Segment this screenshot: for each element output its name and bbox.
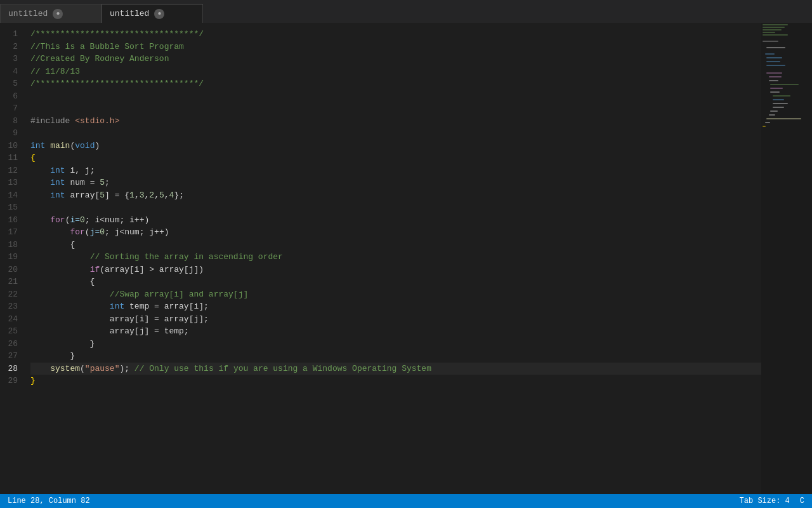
tab-close-0[interactable]: ● — [53, 9, 63, 19]
token: /*********************************/ — [30, 79, 204, 88]
tab-1[interactable]: untitled● — [102, 4, 203, 23]
token: { — [30, 153, 36, 163]
token: 2 — [149, 190, 154, 200]
line-num-27: 27 — [5, 350, 18, 363]
token: "pause" — [85, 364, 120, 373]
token: { — [30, 277, 95, 286]
svg-rect-0 — [763, 24, 788, 25]
svg-rect-16 — [770, 91, 780, 93]
line-num-6: 6 — [5, 90, 18, 103]
token: i= — [70, 215, 80, 225]
token: 5 — [100, 178, 105, 187]
code-line-8: #include <stdio.h> — [30, 115, 761, 128]
token: //Created By Rodney Anderson — [30, 54, 169, 64]
line-num-18: 18 — [5, 239, 18, 251]
token: //This is a Bubble Sort Program — [30, 42, 184, 51]
token — [30, 302, 110, 311]
code-line-11: { — [30, 152, 761, 164]
line-num-13: 13 — [5, 177, 18, 189]
token: //Swap array[i] and array[j] — [110, 290, 248, 299]
svg-rect-24 — [765, 122, 770, 123]
token: 0 — [100, 227, 105, 237]
token: ; — [105, 178, 110, 187]
line-num-17: 17 — [5, 226, 18, 239]
token: num = — [70, 178, 100, 187]
line-num-28: 28 — [5, 363, 18, 375]
token: , — [134, 190, 140, 200]
token: { — [30, 240, 75, 250]
svg-rect-3 — [763, 32, 775, 33]
code-line-10: int main(void) — [30, 140, 761, 152]
token: if — [90, 265, 100, 274]
line-num-7: 7 — [5, 102, 18, 115]
svg-rect-11 — [766, 72, 782, 74]
minimap — [761, 23, 812, 494]
code-line-27: } — [30, 350, 761, 363]
svg-rect-21 — [770, 110, 778, 112]
token: // Sorting the array in ascending order — [90, 252, 283, 262]
token: #include — [30, 116, 70, 126]
line-num-20: 20 — [5, 264, 18, 276]
token — [30, 290, 110, 299]
tab-0[interactable]: untitled● — [0, 4, 102, 23]
token: } — [30, 351, 75, 361]
token: j= — [90, 227, 100, 237]
line-num-22: 22 — [5, 288, 18, 301]
code-content[interactable]: /*********************************///Thi… — [25, 23, 761, 494]
line-num-16: 16 — [5, 214, 18, 227]
tab-size[interactable]: Tab Size: 4 — [740, 497, 790, 505]
token: main — [50, 141, 70, 150]
token: void — [75, 141, 95, 150]
line-num-19: 19 — [5, 251, 18, 264]
line-num-15: 15 — [5, 201, 18, 214]
svg-rect-13 — [769, 80, 778, 81]
code-line-22: //Swap array[i] and array[j] — [30, 288, 761, 301]
token: int — [50, 178, 65, 187]
code-line-19: // Sorting the array in ascending order — [30, 251, 761, 264]
code-line-29: } — [30, 375, 761, 387]
code-line-14: int array[5] = {1,3,2,5,4}; — [30, 189, 761, 202]
status-left: Line 28, Column 82 — [8, 497, 90, 505]
line-num-11: 11 — [5, 152, 18, 164]
svg-rect-20 — [773, 107, 784, 108]
token: ( — [85, 227, 90, 237]
tab-close-1[interactable]: ● — [154, 9, 164, 19]
token: <stdio.h> — [75, 116, 119, 126]
svg-rect-22 — [769, 114, 775, 116]
svg-rect-15 — [770, 88, 783, 89]
line-num-10: 10 — [5, 140, 18, 152]
token — [30, 190, 50, 200]
token: 0 — [80, 215, 85, 225]
code-line-1: /*********************************/ — [30, 28, 761, 41]
cursor-position: Line 28, Column 82 — [8, 497, 90, 505]
code-line-23: int temp = array[i]; — [30, 300, 761, 313]
line-num-2: 2 — [5, 41, 18, 53]
token: // 11/8/13 — [30, 67, 80, 76]
line-num-8: 8 — [5, 115, 18, 128]
code-line-6 — [30, 90, 761, 103]
language[interactable]: C — [800, 497, 804, 505]
token: int — [30, 141, 45, 150]
token: 5 — [159, 190, 164, 200]
token: 5 — [100, 190, 105, 200]
editor-area: 1234567891011121314151617181920212223242… — [0, 23, 812, 494]
token: ( — [80, 364, 85, 373]
token: int — [50, 166, 65, 175]
code-line-3: //Created By Rodney Anderson — [30, 53, 761, 65]
svg-rect-8 — [766, 57, 782, 58]
svg-rect-25 — [763, 126, 766, 127]
code-line-4: // 11/8/13 — [30, 65, 761, 78]
svg-rect-7 — [765, 53, 775, 55]
token: 3 — [140, 190, 145, 200]
svg-rect-6 — [766, 47, 785, 48]
token: temp = array[i]; — [124, 302, 209, 311]
line-num-9: 9 — [5, 127, 18, 140]
token: ); — [119, 364, 134, 373]
svg-rect-23 — [766, 118, 801, 119]
token: for — [70, 227, 84, 237]
token: } — [30, 339, 95, 349]
svg-rect-1 — [763, 27, 785, 28]
token: 1 — [129, 190, 134, 200]
code-line-5: /*********************************/ — [30, 77, 761, 90]
tab-bar: untitled●untitled● — [0, 0, 812, 23]
